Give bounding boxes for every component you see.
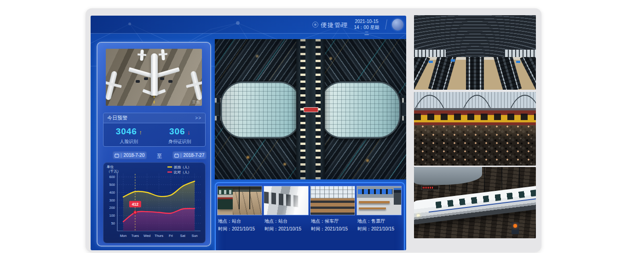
platform-doors-camera-image [264,186,309,215]
svg-text:（千万）: （千万） [107,169,121,173]
platform-camera-image [217,186,262,215]
camera-time: 时间：2021/10/15 [218,226,262,232]
end-date-value: 2018-7-27 [184,153,205,158]
svg-text:Fri: Fri [169,234,173,238]
calendar-icon [115,153,119,158]
camera-strip: 地点：站台 时间：2021/10/15 地点：站台 时间：2021/10/15 … [215,182,405,250]
date-filter-row: | 2018-7-20 至 | 2018-7-27 [103,151,205,161]
ticket-hall-camera-image [356,186,402,215]
high-speed-train-photo [414,167,536,238]
center-plane [126,53,182,104]
dashboard: 便捷管理 2021-10-15 14：00 星期二 [91,16,406,250]
calendar-icon [174,153,179,158]
camera-thumb-4[interactable]: 地点：售票厅 时间：2021/10/15 [356,186,402,232]
header-divider [385,19,387,29]
svg-text:抓拍（人）: 抓拍（人） [174,165,191,169]
start-date-value: 2018-7-20 [124,153,145,158]
down-arrow-icon: ↓ [187,129,190,136]
camera-location: 地点：售票厅 [357,218,402,224]
camera-thumb-2[interactable]: 地点：站台 时间：2021/10/15 [264,186,309,232]
svg-text:Wed: Wed [144,234,150,238]
svg-text:200: 200 [109,206,115,210]
warning-more-link[interactable]: >> [195,113,201,123]
top-header: 便捷管理 2021-10-15 14：00 星期二 [91,16,406,34]
side-plane-left [106,70,118,100]
warning-title: 今日预警 [107,113,127,123]
svg-text:Mon: Mon [120,234,127,238]
svg-text:Sun: Sun [191,234,197,238]
platform-crowd-photo [414,92,536,166]
svg-text:412: 412 [132,202,138,207]
camera-time: 时间：2021/10/15 [264,226,309,232]
svg-text:400: 400 [109,190,115,195]
chart-canvas: 41250100200300400500600MonTuesWedThursFr… [104,163,205,243]
image-watermark: 豆包 [192,99,200,104]
camera-location: 地点：候车厅 [311,218,355,224]
svg-text:Tues: Tues [132,234,139,238]
app-title: 便捷管理 [321,21,348,29]
airport-apron-image: 豆包 [106,49,202,106]
datetime-display: 2021-10-15 14：00 星期二 [352,18,381,36]
svg-text:300: 300 [109,198,115,202]
today-warning-panel: 今日预警 >> 3046 ↑ 人脸识别 306 ↓ 身份证识别 [103,113,206,147]
up-arrow-icon: ↑ [139,129,142,136]
camera-location: 地点：站台 [218,218,262,224]
svg-text:Sat: Sat [180,234,186,238]
svg-text:100: 100 [109,213,115,218]
camera-thumb-3[interactable]: 地点：候车厅 时间：2021/10/15 [310,186,355,232]
svg-text:比对（人）: 比对（人） [174,170,191,174]
time-text: 14：00 星期二 [352,24,381,36]
weekly-line-chart: 41250100200300400500600MonTuesWedThursFr… [103,162,206,243]
side-plane-right [190,70,202,100]
stat-face-recognition: 3046 ↑ 人脸识别 [104,126,155,145]
svg-text:50: 50 [111,221,115,225]
end-date-picker[interactable]: | 2018-7-27 [172,151,207,159]
to-label: 至 [157,153,162,160]
dashboard-card: 便捷管理 2021-10-15 14：00 星期二 [86,8,541,252]
svg-text:Thurs: Thurs [155,234,163,238]
left-stats-panel: 豆包 今日预警 >> 3046 ↑ 人脸识别 306 ↓ 身份证识 [97,42,211,247]
svg-text:600: 600 [109,175,115,179]
camera-time: 时间：2021/10/15 [357,226,402,232]
date-text: 2021-10-15 [352,18,381,24]
svg-text:单位: 单位 [107,165,114,169]
main-monitor-image [215,39,406,179]
camera-location: 地点：站台 [264,218,309,224]
waiting-hall-camera-image [310,186,355,215]
camera-thumb-1[interactable]: 地点：站台 时间：2021/10/15 [217,186,262,232]
camera-time: 时间：2021/10/15 [311,226,355,232]
app-logo-icon [312,22,318,28]
station-train-shed-photo [414,15,536,90]
user-avatar[interactable] [392,19,403,30]
hub-red-sign [304,107,318,112]
stat-id-recognition: 306 ↓ 身份证识别 [155,126,206,145]
start-date-picker[interactable]: | 2018-7-20 [113,151,147,159]
svg-text:500: 500 [109,183,115,187]
